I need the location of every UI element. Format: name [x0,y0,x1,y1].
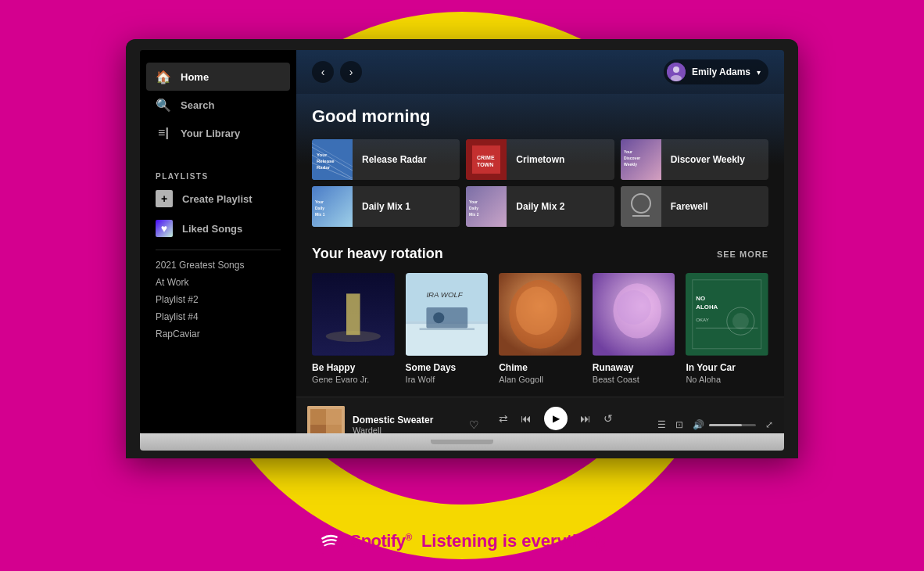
sidebar-item-home[interactable]: 🏠 Home [146,63,290,91]
playlist-item[interactable]: RapCaviar [156,329,281,339]
svg-rect-27 [621,186,661,227]
playlist-item[interactable]: 2021 Greatest Songs [156,260,281,271]
sidebar-nav: 🏠 Home 🔍 Search ≡| Your Library [140,63,296,147]
quick-item-release-radar[interactable]: Your Release Radar Release Radar [312,139,460,180]
svg-point-43 [516,287,557,336]
play-button[interactable]: ▶ [544,407,568,430]
liked-songs-label: Liked Songs [182,223,242,235]
see-more-button[interactable]: SEE MORE [717,250,768,259]
rotation-card-chime[interactable]: Chime Alan Gogoll [499,273,582,384]
quick-label-daily-mix-2: Daily Mix 2 [507,201,574,212]
rotation-artist-runaway: Beast Coast [593,375,675,384]
svg-text:Daily: Daily [469,206,478,210]
svg-rect-57 [326,409,342,425]
create-playlist-button[interactable]: + Create Playlist [140,184,296,214]
rotation-card-some-days[interactable]: IRA WOLF Some Days Ira Wolf [406,273,489,384]
rotation-title: Your heavy rotation [312,246,443,262]
svg-text:IRA WOLF: IRA WOLF [426,290,463,299]
spotify-icon [315,527,343,555]
app-container: 🏠 Home 🔍 Search ≡| Your Library PLAYLIST… [140,50,784,433]
svg-rect-56 [310,409,326,425]
svg-rect-47 [686,273,768,356]
playlist-item[interactable]: At Work [156,277,281,288]
repeat-button[interactable]: ↺ [603,412,613,425]
sidebar-item-library[interactable]: ≡| Your Library [146,119,290,147]
previous-button[interactable]: ⏮ [521,412,532,425]
rotation-section-header: Your heavy rotation SEE MORE [312,246,768,262]
heart-icon: ♥ [156,220,173,237]
quick-item-crimetown[interactable]: CRIME TOWN Crimetown [466,139,614,180]
quick-item-farewell[interactable]: Farewell [621,186,768,227]
laptop-notch [431,440,493,444]
playlist-item[interactable]: Playlist #2 [156,294,281,305]
shuffle-button[interactable]: ⇄ [499,412,508,425]
rotation-card-be-happy[interactable]: Be Happy Gene Evaro Jr. [312,273,395,384]
chevron-down-icon: ▾ [757,68,761,77]
svg-text:Weekly: Weekly [624,162,637,167]
topbar: ‹ › Emily Adams [296,50,784,94]
quick-thumb-crimetown: CRIME TOWN [466,139,507,180]
track-name: Domestic Sweater [353,415,461,426]
greeting: Good morning [312,106,768,127]
playlist-item[interactable]: Playlist #4 [156,311,281,322]
back-button[interactable]: ‹ [312,61,334,83]
spotify-logo: Spotify® [315,527,411,555]
quick-thumb-farewell [621,186,661,227]
svg-text:ALOHA: ALOHA [697,303,718,311]
library-icon: ≡| [156,125,171,141]
rotation-thumb-in-your-car: NO ALOHA OKAY [686,273,768,356]
laptop-base [140,433,784,451]
quick-item-daily-mix-1[interactable]: Your Daily Mix 1 Daily Mix 1 [312,186,460,227]
rotation-card-in-your-car[interactable]: NO ALOHA OKAY In Your Car No [686,273,768,384]
quick-item-discover-weekly[interactable]: Your Discover Weekly Discover Weekly [621,139,768,180]
laptop-wrapper: 🏠 Home 🔍 Search ≡| Your Library PLAYLIST… [126,39,798,458]
track-artist: Wardell [353,426,461,433]
devices-button[interactable]: ⊡ [675,419,683,430]
next-button[interactable]: ⏭ [580,412,591,425]
svg-text:Mix 2: Mix 2 [469,212,479,217]
create-playlist-label: Create Playlist [182,193,252,205]
sidebar-item-search[interactable]: 🔍 Search [146,91,290,119]
sidebar-item-home-label: Home [181,71,209,83]
volume-icon[interactable]: 🔊 [693,419,704,430]
laptop-screen: 🏠 Home 🔍 Search ≡| Your Library PLAYLIST… [140,50,784,433]
sidebar-item-search-label: Search [181,99,214,111]
rotation-thumb-be-happy [312,273,395,356]
plus-icon: + [156,190,173,207]
rotation-card-runaway[interactable]: Runaway Beast Coast [593,273,675,384]
liked-songs-button[interactable]: ♥ Liked Songs [140,214,296,243]
svg-text:Your: Your [315,199,324,204]
user-menu[interactable]: Emily Adams ▾ [664,59,768,84]
quick-thumb-release-radar: Your Release Radar [312,139,353,180]
svg-text:Release: Release [317,159,335,163]
avatar [667,63,686,81]
rotation-artist-some-days: Ira Wolf [406,375,489,384]
svg-text:Radar: Radar [317,165,331,170]
forward-button[interactable]: › [340,61,362,83]
now-playing-track: Domestic Sweater Wardell ♡ [307,406,479,433]
release-radar-art: Your Release Radar [312,139,353,180]
playlist-list: 2021 Greatest Songs At Work Playlist #2 … [140,260,296,339]
volume-control: 🔊 [693,419,756,430]
svg-text:Your: Your [469,199,478,204]
svg-rect-37 [426,307,467,328]
quick-label-release-radar: Release Radar [353,154,436,165]
quick-label-discover-weekly: Discover Weekly [661,154,754,165]
spotify-wordmark: Spotify® [349,531,411,551]
quick-thumb-daily-mix-2: Your Daily Mix 2 [466,186,507,227]
quick-item-daily-mix-2[interactable]: Your Daily Mix 2 Daily Mix 2 [466,186,614,227]
volume-track[interactable] [709,424,756,426]
svg-rect-39 [419,328,474,330]
svg-rect-32 [346,293,360,335]
svg-text:NO: NO [697,295,706,302]
svg-text:CRIME: CRIME [477,155,495,160]
fullscreen-button[interactable]: ⤢ [765,419,773,430]
rotation-thumb-runaway [593,273,675,356]
like-button[interactable]: ♡ [469,418,479,431]
svg-point-46 [617,290,651,325]
content-area: Good morning [296,94,784,397]
rotation-name-chime: Chime [499,362,582,373]
sidebar-item-library-label: Your Library [181,127,240,139]
quick-thumb-daily-mix-1: Your Daily Mix 1 [312,186,353,227]
queue-button[interactable]: ☰ [657,419,666,430]
